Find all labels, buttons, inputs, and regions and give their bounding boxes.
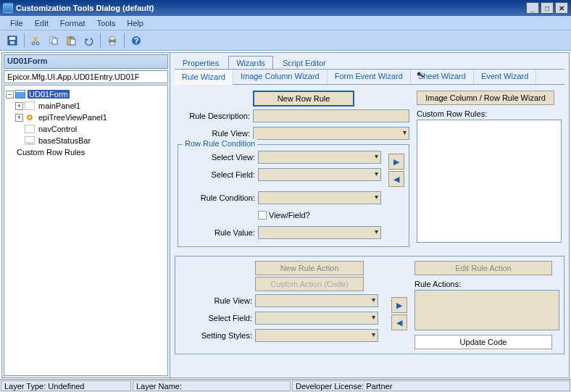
view-field-label: View/Field? <box>269 211 310 220</box>
print-icon[interactable] <box>104 33 120 49</box>
svg-rect-22 <box>25 125 35 133</box>
setting-styles-label: Setting Styles: <box>180 331 255 340</box>
wizard-top: New Row Rule Rule Description: Rule View… <box>175 85 564 250</box>
select-view-combo[interactable] <box>258 151 381 164</box>
rule-description-label: Rule Description: <box>178 112 253 120</box>
select-view-label: Select View: <box>183 153 258 162</box>
gear-icon <box>25 113 35 122</box>
tab-script-editor[interactable]: Script Editor <box>275 56 334 70</box>
remove-arrow-button[interactable]: ◀ <box>388 171 404 187</box>
tree-item[interactable]: + mainPanel1 <box>6 100 166 112</box>
tabs-major: Properties Wizards Script Editor <box>175 54 564 70</box>
status-layer-type: Layer Type: Undefined <box>1 380 131 391</box>
view-field-checkbox[interactable] <box>258 211 267 220</box>
collapse-icon[interactable]: − <box>6 91 14 99</box>
edit-rule-action-button[interactable]: Edit Rule Action <box>414 261 552 275</box>
expand-icon[interactable]: + <box>15 114 23 122</box>
svg-text:?: ? <box>134 36 139 45</box>
select-field-label: Select Field: <box>183 170 258 179</box>
rule-view-label2: Rule View: <box>180 296 255 305</box>
rule-description-input[interactable] <box>253 109 409 122</box>
app-icon <box>3 3 13 13</box>
menu-file[interactable]: File <box>4 17 29 29</box>
form-path: Epicor.Mfg.UI.App.UD01Entry.UD01F <box>4 70 168 83</box>
copy-icon[interactable] <box>46 33 62 49</box>
svg-rect-14 <box>110 42 114 45</box>
menubar: File Edit Format Tools Help <box>0 16 571 30</box>
wizard-left-col: New Row Rule Rule Description: Rule View… <box>178 91 409 247</box>
expand-icon[interactable]: + <box>15 102 23 110</box>
image-column-wizard-button[interactable]: Image Column / Row Rule Wizard <box>417 91 554 105</box>
rule-actions-list[interactable] <box>414 290 559 330</box>
tree-item[interactable]: Custom Row Rules <box>6 146 166 158</box>
tab-form-event-wizard[interactable]: Form Event Wizard <box>328 70 411 84</box>
help-icon[interactable]: ? <box>128 33 144 49</box>
row-rule-condition-title: Row Rule Condition <box>183 139 257 148</box>
statusbar-icon <box>25 136 35 145</box>
svg-rect-2 <box>10 41 14 44</box>
minimize-button[interactable]: _ <box>526 2 539 14</box>
right-panel: Properties Wizards Script Editor Rule Wi… <box>170 53 569 378</box>
panel-icon <box>25 101 35 110</box>
tree-view[interactable]: − UD01Form + mainPanel1 + epiTreeViewPan… <box>4 85 168 376</box>
tab-rule-wizard[interactable]: Rule Wizard <box>175 70 233 85</box>
status-dev-license: Developer License: Partner <box>292 380 570 391</box>
new-row-rule-button[interactable]: New Row Rule <box>253 91 354 107</box>
tree-root[interactable]: − UD01Form <box>6 88 166 100</box>
status-layer-name: Layer Name: <box>133 380 291 391</box>
rule-condition-combo[interactable] <box>258 191 381 204</box>
form-icon <box>15 90 25 99</box>
tree-item[interactable]: navControl <box>6 123 166 135</box>
select-field-combo2[interactable] <box>255 312 378 325</box>
add-arrow-button[interactable]: ▶ <box>388 154 404 170</box>
maximize-button[interactable]: □ <box>541 2 554 14</box>
select-field-combo[interactable] <box>258 168 381 181</box>
statusbar: Layer Type: Undefined Layer Name: Develo… <box>0 379 571 392</box>
rule-value-label: Rule Value: <box>183 228 258 237</box>
menu-edit[interactable]: Edit <box>29 17 54 29</box>
tab-image-column-wizard[interactable]: Image Column Wizard <box>233 70 328 84</box>
custom-action-button[interactable]: Custom Action (Code) <box>255 277 364 291</box>
rule-value-combo[interactable] <box>258 226 381 239</box>
svg-rect-1 <box>9 37 15 40</box>
wizard-right-col: Image Column / Row Rule Wizard Custom Ro… <box>417 91 562 247</box>
tree-item[interactable]: + epiTreeViewPanel1 <box>6 112 166 123</box>
toolbar: ? <box>0 30 571 51</box>
cut-icon[interactable] <box>28 33 44 49</box>
select-field-label2: Select Field: <box>180 314 255 322</box>
tabs-sub: Rule Wizard Image Column Wizard Form Eve… <box>175 69 564 85</box>
tree-item[interactable]: baseStatusBar <box>6 135 166 146</box>
rule-actions-label: Rule Actions: <box>414 280 559 288</box>
update-code-button[interactable]: Update Code <box>414 335 552 349</box>
custom-row-rules-label: Custom Row Rules: <box>417 109 562 118</box>
svg-rect-10 <box>69 36 72 38</box>
menu-help[interactable]: Help <box>121 17 149 29</box>
rule-view-label: Rule View: <box>178 129 253 138</box>
remove-action-arrow-button[interactable]: ◀ <box>391 314 407 330</box>
menu-format[interactable]: Format <box>54 17 91 29</box>
menu-tools[interactable]: Tools <box>91 17 122 29</box>
save-icon[interactable] <box>4 33 20 49</box>
panel-icon <box>25 125 35 133</box>
tab-sheet-wizard[interactable]: Sheet Wizard <box>411 70 474 84</box>
form-header: UD01Form <box>4 54 168 69</box>
close-button[interactable]: ✕ <box>555 2 568 14</box>
rule-view-combo2[interactable] <box>255 294 378 307</box>
new-rule-action-button[interactable]: New Rule Action <box>255 261 364 275</box>
svg-rect-8 <box>52 38 57 44</box>
svg-rect-18 <box>16 91 25 92</box>
setting-styles-combo[interactable] <box>255 329 378 342</box>
svg-point-21 <box>29 117 31 119</box>
tab-properties[interactable]: Properties <box>175 56 227 70</box>
rule-view-combo[interactable] <box>253 127 409 140</box>
titlebar: Customization Tools Dialog (default) _ □… <box>0 0 571 16</box>
tab-event-wizard[interactable]: Event Wizard <box>474 70 536 84</box>
left-panel: UD01Form Epicor.Mfg.UI.App.UD01Entry.UD0… <box>2 53 170 378</box>
svg-rect-19 <box>25 101 35 110</box>
svg-rect-24 <box>25 142 35 145</box>
custom-row-rules-list[interactable] <box>417 120 562 243</box>
paste-icon[interactable] <box>63 33 79 49</box>
tab-wizards[interactable]: Wizards <box>228 56 273 70</box>
undo-icon[interactable] <box>80 33 96 49</box>
add-action-arrow-button[interactable]: ▶ <box>391 297 407 313</box>
